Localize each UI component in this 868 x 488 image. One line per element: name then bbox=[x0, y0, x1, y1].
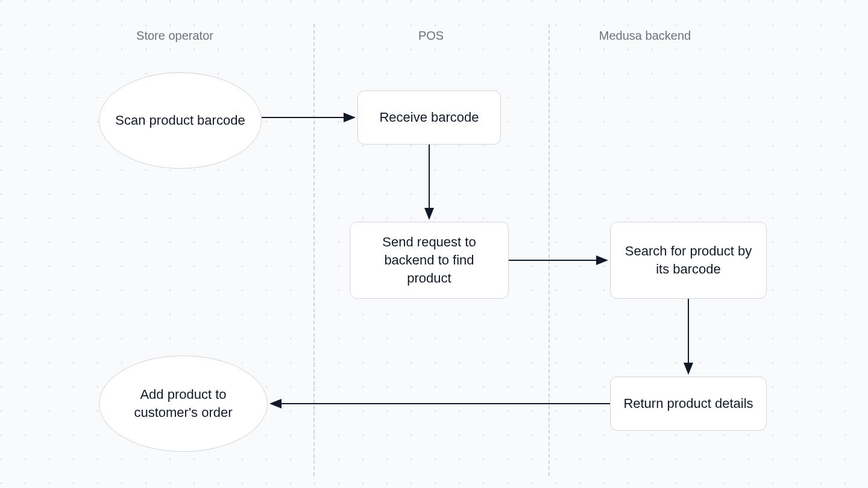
lane-divider-1 bbox=[313, 24, 315, 476]
node-text: Return product details bbox=[623, 395, 753, 413]
lane-label-pos: POS bbox=[418, 29, 444, 43]
node-add-product: Add product to customer's order bbox=[99, 355, 268, 452]
node-text: Receive barcode bbox=[379, 108, 479, 127]
lane-label-store-operator: Store operator bbox=[136, 29, 213, 43]
lane-divider-2 bbox=[549, 24, 550, 476]
node-scan-barcode: Scan product barcode bbox=[99, 72, 262, 169]
node-text: Scan product barcode bbox=[115, 111, 245, 130]
node-send-request: Send request to backend to find product bbox=[350, 222, 509, 299]
node-text: Add product to customer's order bbox=[110, 386, 256, 421]
node-return-details: Return product details bbox=[610, 377, 767, 431]
node-search-product: Search for product by its barcode bbox=[610, 222, 767, 299]
lane-label-backend: Medusa backend bbox=[599, 29, 691, 43]
node-receive-barcode: Receive barcode bbox=[357, 90, 501, 145]
node-text: Send request to backend to find product bbox=[361, 233, 497, 287]
node-text: Search for product by its barcode bbox=[621, 242, 755, 278]
